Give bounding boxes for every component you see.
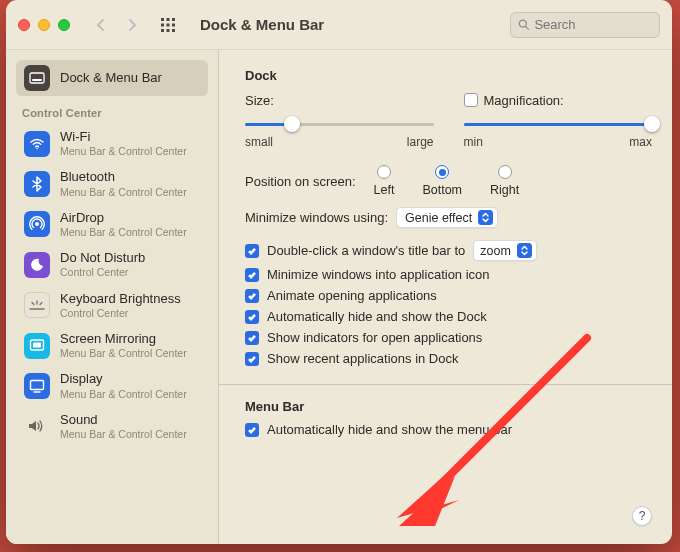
search-input[interactable] — [534, 17, 652, 32]
sidebar-item-label: Bluetooth — [60, 169, 187, 185]
close-window-button[interactable] — [18, 19, 30, 31]
double-click-label: Double-click a window's title bar to — [267, 243, 465, 258]
animate-apps-checkbox[interactable] — [245, 289, 259, 303]
svg-point-13 — [36, 147, 38, 149]
position-bottom-option[interactable]: Bottom — [422, 165, 462, 197]
sidebar-item-sublabel: Menu Bar & Control Center — [60, 145, 187, 158]
chevron-updown-icon — [478, 210, 493, 225]
position-bottom-label: Bottom — [422, 183, 462, 197]
sidebar-item-sublabel: Control Center — [60, 266, 145, 279]
sidebar-item-label: Sound — [60, 412, 187, 428]
sidebar-section-label: Control Center — [16, 97, 208, 123]
window-body: Dock & Menu Bar Control Center Wi-FiMenu… — [6, 50, 672, 544]
minimize-effect-select[interactable]: Genie effect — [396, 207, 498, 228]
section-divider — [219, 384, 672, 385]
magnification-checkbox[interactable] — [464, 93, 478, 107]
sidebar-item-dnd[interactable]: Do Not DisturbControl Center — [16, 245, 208, 284]
svg-marker-24 — [397, 473, 459, 518]
sidebar-item-bluetooth[interactable]: BluetoothMenu Bar & Control Center — [16, 164, 208, 203]
svg-rect-1 — [167, 18, 170, 21]
svg-rect-11 — [30, 73, 44, 83]
svg-line-17 — [32, 303, 34, 305]
svg-rect-6 — [161, 29, 164, 32]
back-button[interactable] — [88, 13, 112, 37]
sidebar-item-sound[interactable]: SoundMenu Bar & Control Center — [16, 407, 208, 446]
window-controls — [18, 19, 70, 31]
sidebar: Dock & Menu Bar Control Center Wi-FiMenu… — [6, 50, 219, 544]
autohide-menubar-label: Automatically hide and show the menu bar — [267, 422, 512, 437]
minimize-window-button[interactable] — [38, 19, 50, 31]
position-right-option[interactable]: Right — [490, 165, 519, 197]
radio-icon — [435, 165, 449, 179]
show-indicators-checkbox[interactable] — [245, 331, 259, 345]
sidebar-item-label: Dock & Menu Bar — [60, 70, 162, 86]
sidebar-item-label: Screen Mirroring — [60, 331, 187, 347]
display-icon — [24, 373, 50, 399]
dock-menubar-icon — [24, 65, 50, 91]
menubar-section-heading: Menu Bar — [245, 399, 652, 414]
do-not-disturb-icon — [24, 252, 50, 278]
autohide-dock-label: Automatically hide and show the Dock — [267, 309, 487, 324]
sidebar-item-dock-menubar[interactable]: Dock & Menu Bar — [16, 60, 208, 96]
sidebar-item-sublabel: Menu Bar & Control Center — [60, 347, 187, 360]
sidebar-item-label: AirDrop — [60, 210, 187, 226]
search-icon — [518, 18, 529, 31]
dock-section-heading: Dock — [245, 68, 652, 83]
svg-rect-2 — [172, 18, 175, 21]
window-title: Dock & Menu Bar — [200, 16, 324, 33]
settings-pane: Dock Size: smalllarge Magnification: — [219, 50, 672, 544]
autohide-menubar-checkbox[interactable] — [245, 423, 259, 437]
autohide-dock-checkbox[interactable] — [245, 310, 259, 324]
show-all-button[interactable] — [156, 13, 180, 37]
minimize-into-icon-checkbox[interactable] — [245, 268, 259, 282]
double-click-action-value: zoom — [480, 244, 511, 258]
sidebar-item-screen-mirroring[interactable]: Screen MirroringMenu Bar & Control Cente… — [16, 326, 208, 365]
show-recent-label: Show recent applications in Dock — [267, 351, 459, 366]
svg-rect-4 — [167, 23, 170, 26]
sidebar-item-sublabel: Menu Bar & Control Center — [60, 388, 187, 401]
position-label: Position on screen: — [245, 174, 356, 189]
sidebar-item-sublabel: Menu Bar & Control Center — [60, 428, 187, 441]
size-max-label: large — [407, 135, 434, 149]
sidebar-item-keyboard-brightness[interactable]: Keyboard BrightnessControl Center — [16, 286, 208, 325]
show-recent-checkbox[interactable] — [245, 352, 259, 366]
sidebar-item-label: Display — [60, 371, 187, 387]
magnification-label: Magnification: — [484, 93, 564, 108]
svg-rect-8 — [172, 29, 175, 32]
system-preferences-window: Dock & Menu Bar Dock & Menu Bar Control … — [6, 0, 672, 544]
forward-button[interactable] — [120, 13, 144, 37]
search-field[interactable] — [510, 12, 660, 38]
airdrop-icon — [24, 211, 50, 237]
sound-icon — [24, 413, 50, 439]
sidebar-item-sublabel: Control Center — [60, 307, 181, 320]
svg-marker-25 — [399, 476, 455, 526]
svg-rect-5 — [172, 23, 175, 26]
sidebar-item-wifi[interactable]: Wi-FiMenu Bar & Control Center — [16, 124, 208, 163]
double-click-action-select[interactable]: zoom — [473, 240, 537, 261]
screen-mirroring-icon — [24, 333, 50, 359]
mag-max-label: max — [629, 135, 652, 149]
magnification-slider[interactable] — [464, 115, 653, 133]
sidebar-item-sublabel: Menu Bar & Control Center — [60, 186, 187, 199]
size-slider[interactable] — [245, 115, 434, 133]
size-min-label: small — [245, 135, 273, 149]
position-left-label: Left — [374, 183, 395, 197]
titlebar: Dock & Menu Bar — [6, 0, 672, 50]
minimize-effect-value: Genie effect — [405, 211, 472, 225]
mag-min-label: min — [464, 135, 483, 149]
radio-icon — [498, 165, 512, 179]
help-button[interactable]: ? — [632, 506, 652, 526]
svg-rect-21 — [31, 380, 44, 389]
bluetooth-icon — [24, 171, 50, 197]
svg-line-18 — [40, 303, 42, 305]
sidebar-item-airdrop[interactable]: AirDropMenu Bar & Control Center — [16, 205, 208, 244]
zoom-window-button[interactable] — [58, 19, 70, 31]
double-click-checkbox[interactable] — [245, 244, 259, 258]
sidebar-item-label: Keyboard Brightness — [60, 291, 181, 307]
chevron-updown-icon — [517, 243, 532, 258]
svg-point-14 — [35, 222, 39, 226]
position-left-option[interactable]: Left — [374, 165, 395, 197]
svg-rect-12 — [32, 79, 42, 81]
sidebar-item-display[interactable]: DisplayMenu Bar & Control Center — [16, 366, 208, 405]
size-label: Size: — [245, 93, 274, 108]
